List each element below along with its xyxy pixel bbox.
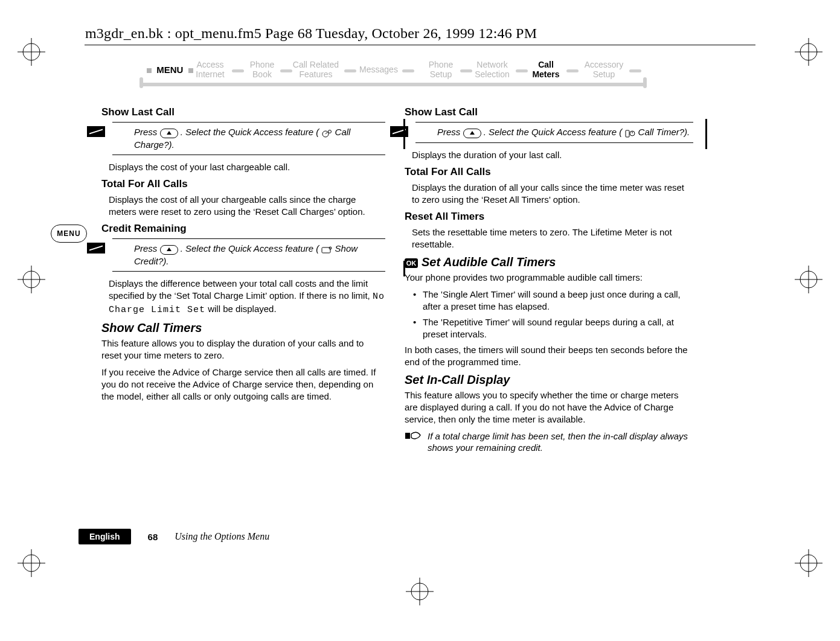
nav-item-active: CallMeters: [529, 60, 563, 79]
registration-mark-icon: [795, 549, 822, 577]
square-bullet-icon: [147, 68, 152, 73]
body-text: Displays the cost of your last chargeabl…: [109, 161, 385, 173]
quick-access-icon: [390, 126, 408, 137]
heading-set-in-call-display: Set In-Call Display: [405, 373, 693, 387]
registration-mark-icon: [795, 266, 822, 293]
menu-label: MENU: [147, 65, 193, 75]
nav-item: PhoneBook: [245, 60, 279, 79]
nav-item: Call RelatedFeatures: [290, 60, 342, 79]
page-footer: English 68 Using the Options Menu: [79, 529, 269, 544]
nav-item: AccessorySetup: [581, 60, 627, 79]
heading-show-last-call: Show Last Call: [101, 106, 385, 118]
note-hand-icon: [405, 430, 422, 441]
heading-total: Total For All Calls: [405, 166, 693, 178]
heading-credit: Credit Remaining: [101, 223, 385, 235]
svg-rect-32: [405, 433, 410, 439]
qa-text: Press: [134, 243, 160, 254]
heading-set-audible-call-timers: OKSet Audible Call Timers: [405, 255, 693, 269]
quick-access-box: Press . Select the Quick Access feature …: [112, 238, 385, 272]
heading-show-call-timers: Show Call Timers: [101, 321, 385, 335]
menu-label-text: MENU: [156, 65, 183, 75]
list-item: The 'Single Alert Timer' will sound a be…: [413, 289, 693, 313]
language-badge: English: [79, 529, 131, 544]
quick-access-icon: [87, 243, 105, 254]
phone-timer-icon: [624, 129, 635, 137]
heading-show-last-call: Show Last Call: [405, 106, 693, 118]
registration-mark-icon: [18, 266, 45, 293]
up-key-icon: [160, 243, 178, 255]
body-text: Displays the cost of all your chargeable…: [109, 194, 385, 218]
quick-access-icon: [87, 126, 105, 137]
registration-mark-icon: [18, 549, 45, 577]
nav-rail-end: [643, 77, 647, 88]
body-text: This feature allows you to specify wheth…: [405, 389, 693, 426]
body-text: In both cases, the timers will sound the…: [405, 344, 693, 368]
nav-item: NetworkSelection: [471, 60, 513, 79]
ok-badge-icon: OK: [405, 258, 418, 268]
up-key-icon: [463, 127, 481, 139]
svg-rect-29: [626, 130, 629, 137]
right-column: Show Last Call Press . Select the Quick …: [405, 106, 693, 453]
list-item: The 'Repetitive Timer' will sound regula…: [413, 316, 693, 340]
left-column: Show Last Call Press . Select the Quick …: [101, 106, 385, 407]
registration-mark-icon: [18, 38, 45, 66]
registration-mark-icon: [795, 38, 822, 66]
svg-line-23: [325, 132, 327, 134]
body-text: Sets the resettable time meters to zero.…: [412, 226, 693, 250]
heading-reset: Reset All Timers: [405, 211, 693, 223]
menu-path-strip: MENU AccessInternet PhoneBook Call Relat…: [134, 56, 646, 98]
qa-text: Call Timer?).: [638, 127, 690, 137]
qa-text: . Select the Quick Access feature (: [484, 127, 623, 137]
quick-access-box: Press . Select the Quick Access feature …: [415, 122, 693, 143]
change-bar-icon: [705, 119, 707, 149]
page-number: 68: [148, 532, 158, 542]
note-text: If a total charge limit has been set, th…: [428, 430, 693, 453]
body-text: This feature allows you to display the d…: [101, 337, 385, 362]
note-block: If a total charge limit has been set, th…: [405, 430, 693, 453]
chapter-title: Using the Options Menu: [175, 531, 269, 542]
body-text: Displays the difference between your tot…: [109, 278, 385, 316]
body-text: Displays the duration of all your calls …: [412, 182, 693, 206]
nav-rail-end: [139, 77, 143, 88]
running-head: m3gdr_en.bk : opt_menu.fm5 Page 68 Tuesd…: [85, 25, 537, 42]
qa-text: . Select the Quick Access feature (: [181, 127, 319, 137]
qa-text: Press: [134, 127, 160, 137]
change-bar-icon: [403, 119, 405, 149]
header-rule: [85, 45, 755, 45]
nav-item: PhoneSetup: [424, 60, 458, 79]
body-text: Your phone provides two programmable aud…: [405, 272, 693, 284]
quick-access-box: Press . Select the Quick Access feature …: [112, 122, 385, 155]
body-text: If you receive the Advice of Charge serv…: [101, 366, 385, 403]
side-menu-badge: MENU: [51, 225, 87, 243]
svg-point-24: [329, 130, 332, 133]
bullet-list: The 'Single Alert Timer' will sound a be…: [413, 289, 693, 340]
up-key-icon: [160, 127, 178, 139]
body-text: Displays the duration of your last call.: [412, 149, 693, 161]
card-icon: [321, 245, 332, 254]
registration-mark-icon: [406, 578, 434, 605]
nav-item: AccessInternet: [192, 60, 228, 79]
qa-text: Press: [437, 127, 463, 137]
nav-rail: [139, 83, 647, 86]
meter-icon: [321, 129, 332, 137]
qa-text: . Select the Quick Access feature (: [181, 243, 319, 254]
nav-item: Messages: [357, 65, 400, 74]
heading-total: Total For All Calls: [101, 178, 385, 190]
change-bar-icon: [403, 261, 405, 276]
